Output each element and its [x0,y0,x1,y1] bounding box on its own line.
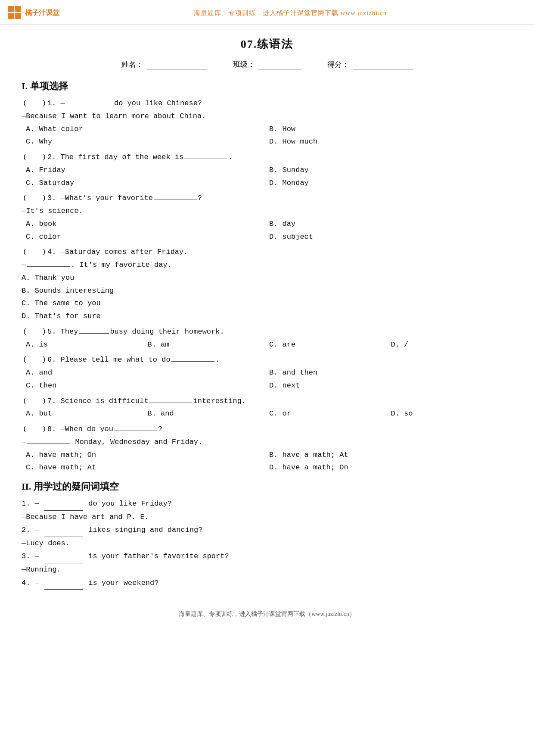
q2-paren: ( ) [22,151,47,164]
q1-opt-c: C. Why [26,135,269,148]
svg-rect-3 [15,13,21,19]
q5-opt-b: B. am [148,338,270,351]
page-footer: 海量题库、专项训练，进入橘子汁课堂官网下载（www.juzizhi.cn） [0,603,534,622]
fill-q3-num: 3. — [22,552,39,560]
q4-opt-c: C. The same to you [22,297,512,310]
question-1: ( ) 1. — do you like Chinese? —Because I… [22,97,512,148]
section-ii: II. 用学过的疑问词填空 1. — do you like Friday? —… [0,480,534,590]
q7-paren: ( ) [22,395,47,408]
q2-opt-a: A. Friday [26,164,269,177]
q3-options: A. book B. day C. color D. subject [22,218,512,244]
q7-text2: interesting. [193,395,246,408]
q4-after: . It's my favorite day. [71,259,172,272]
q6-blank [171,361,214,362]
q6-opt-c: C. then [26,379,269,392]
q5-text2: busy doing their homework. [110,325,224,338]
q2-opt-b: B. Sunday [269,164,512,177]
info-row: 姓名： 班级： 得分： [0,59,534,69]
q4-blank [27,266,70,267]
question-5: ( ) 5. They busy doing their homework. A… [22,325,512,351]
q8-text1: 8. —When do you [47,423,113,436]
q1-opt-d: D. How much [269,135,512,148]
q1-options: A. What color B. How C. Why D. How much [22,123,512,149]
fill-q2-text: likes singing and dancing? [88,526,202,534]
q4-sub: — . It's my favorite day. [22,259,512,272]
q3-opt-a: A. book [26,218,269,231]
fill-q1-sub: —Because I have art and P. E. [22,511,512,524]
q4-dash: — [22,259,26,272]
q5-paren: ( ) [22,325,47,338]
q1-opt-b: B. How [269,123,512,136]
section-i: I. 单项选择 ( ) 1. — do you like Chinese? —B… [0,80,534,474]
q7-blank [149,403,192,403]
q1-text: do you like Chinese? [110,97,202,110]
q3-opt-b: B. day [269,218,512,231]
logo-icon [7,5,22,21]
q7-opt-c: C. or [269,407,391,420]
fill-q1-num: 1. — [22,500,39,508]
q4-text: 4. —Saturday comes after Friday. [47,246,188,259]
q5-text1: 5. They [47,325,78,338]
page-header: 橘子汁课堂 海量题库、专项训练，进入橘子汁课堂官网下载 www.juzizhi.… [0,0,534,25]
class-line [258,60,301,69]
q4-line: ( ) 4. —Saturday comes after Friday. [22,246,512,259]
question-6: ( ) 6. Please tell me what to do . A. an… [22,353,512,392]
header-slogan: 海量题库、专项训练，进入橘子汁课堂官网下载 www.juzizhi.cn [59,9,521,17]
q5-opt-d: D. / [391,338,513,351]
q1-paren: ( ) [22,97,47,110]
q3-sub: —It's science. [22,205,512,218]
q5-opt-c: C. are [269,338,391,351]
q7-line: ( ) 7. Science is difficult interesting. [22,395,512,408]
footer-text: 海量题库、专项训练，进入橘子汁课堂官网下载（www.juzizhi.cn） [179,611,355,617]
question-4: ( ) 4. —Saturday comes after Friday. — .… [22,246,512,323]
fill-q4-text: is your weekend? [88,579,158,587]
name-label: 姓名： [121,59,143,69]
q8-opt-d: D. have a math; On [269,461,512,474]
fill-q1: 1. — do you like Friday? [22,497,512,511]
fill-q2: 2. — likes singing and dancing? [22,524,512,537]
q8-sub: — Monday, Wednesday and Friday. [22,436,512,449]
q8-options: A. have math; On B. have a math; At C. h… [22,449,512,475]
q3-blank [154,200,197,200]
q7-opt-d: D. so [391,407,513,420]
q8-text2: ? [158,423,162,436]
q1-blank [66,105,109,105]
q8-opt-b: B. have a math; At [269,449,512,462]
q8-dash: — [22,436,26,449]
fill-q4: 4. — is your weekend? [22,577,512,590]
q5-options: A. is B. am C. are D. / [22,338,512,351]
score-label: 得分： [327,59,349,69]
q6-paren: ( ) [22,353,47,366]
q6-opt-d: D. next [269,379,512,392]
q1-num: 1. — [47,97,65,110]
q5-line: ( ) 5. They busy doing their homework. [22,325,512,338]
question-2: ( ) 2. The first day of the week is . A.… [22,151,512,189]
q7-opt-b: B. and [148,407,270,420]
q2-num: 2. The first day of the week is [47,151,183,164]
q8-blank2 [27,444,70,444]
q8-line: ( ) 8. —When do you ? [22,423,512,436]
svg-rect-1 [15,6,21,12]
q3-text: ? [198,192,202,205]
q6-opt-a: A. and [26,366,269,379]
q4-paren: ( ) [22,246,47,259]
q6-text2: . [215,353,220,366]
section-ii-title: II. 用学过的疑问词填空 [22,480,512,493]
class-label: 班级： [233,59,255,69]
q3-line: ( ) 3. —What's your favorite ? [22,192,512,205]
q1-sub: —Because I want to learn more about Chin… [22,110,512,123]
svg-rect-2 [8,13,14,19]
q6-line: ( ) 6. Please tell me what to do . [22,353,512,366]
q8-blank [114,431,157,431]
q8-opt-a: A. have math; On [26,449,269,462]
fill-q3-text: is your father's favorite sport? [88,552,229,560]
q7-options: A. but B. and C. or D. so [22,407,512,420]
q7-opt-a: A. but [26,407,148,420]
class-field: 班级： [233,59,301,69]
q2-text: . [228,151,233,164]
q8-after: Monday, Wednesday and Friday. [71,436,202,449]
fill-q4-blank [44,589,83,590]
q4-opt-d: D. That's for sure [22,310,512,323]
score-field: 得分： [327,59,413,69]
q8-paren: ( ) [22,423,47,436]
